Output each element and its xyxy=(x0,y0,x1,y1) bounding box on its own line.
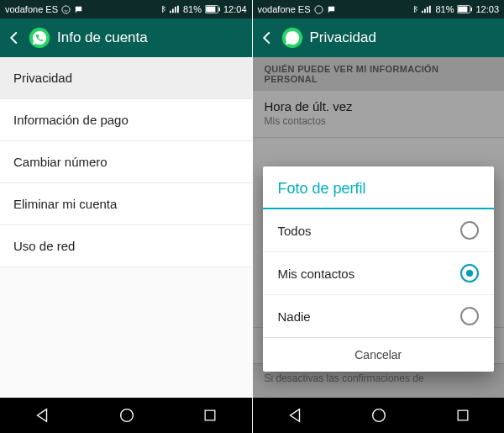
svg-point-5 xyxy=(120,409,133,422)
nav-recent-icon[interactable] xyxy=(202,407,218,424)
battery-percent: 81% xyxy=(183,4,202,14)
menu-item-delete-account[interactable]: Eliminar mi cuenta xyxy=(0,183,252,225)
whatsapp-status-icon xyxy=(61,5,71,14)
svg-rect-9 xyxy=(459,7,468,13)
radio-checked-icon xyxy=(460,264,479,283)
dialog-option-everyone[interactable]: Todos xyxy=(263,209,495,251)
whatsapp-logo-icon xyxy=(281,27,303,49)
menu-item-network-usage[interactable]: Uso de red xyxy=(0,225,252,267)
whatsapp-status-icon xyxy=(314,5,323,14)
menu-item-privacy[interactable]: Privacidad xyxy=(0,57,252,99)
svg-rect-6 xyxy=(205,410,215,420)
page-title: Info de cuenta xyxy=(57,29,148,46)
dialog-cancel-button[interactable]: Cancelar xyxy=(263,337,495,372)
svg-point-12 xyxy=(373,409,386,422)
phone-right: vodafone ES 81% 12:03 Privacidad QUIÉN P… xyxy=(252,0,505,433)
bluetooth-icon xyxy=(159,4,166,14)
svg-point-7 xyxy=(314,5,322,13)
nav-recent-icon[interactable] xyxy=(454,407,471,424)
nav-home-icon[interactable] xyxy=(370,406,388,425)
page-title: Privacidad xyxy=(310,29,376,46)
chat-status-icon xyxy=(327,5,336,14)
dialog-title: Foto de perfil xyxy=(263,166,495,209)
battery-percent: 81% xyxy=(435,4,454,14)
dialog-option-my-contacts[interactable]: Mis contactos xyxy=(263,251,495,294)
action-bar: Info de cuenta xyxy=(0,18,252,57)
status-bar: vodafone ES 81% 12:03 xyxy=(253,0,505,18)
carrier-label: vodafone ES xyxy=(258,4,311,14)
back-icon[interactable] xyxy=(260,30,275,45)
whatsapp-logo-icon xyxy=(29,27,50,49)
nav-back-icon[interactable] xyxy=(286,406,304,425)
signal-icon xyxy=(170,5,180,13)
menu-item-change-number[interactable]: Cambiar número xyxy=(0,141,252,183)
carrier-label: vodafone ES xyxy=(5,4,58,14)
svg-point-0 xyxy=(62,5,70,13)
svg-rect-3 xyxy=(218,8,220,12)
nav-back-icon[interactable] xyxy=(33,406,51,425)
signal-icon xyxy=(422,5,432,13)
clock: 12:04 xyxy=(223,4,247,14)
chat-status-icon xyxy=(74,5,83,14)
profile-photo-dialog: Foto de perfil Todos Mis contactos Nadie… xyxy=(263,166,495,372)
back-icon[interactable] xyxy=(7,30,22,45)
menu-item-payment-info[interactable]: Información de pago xyxy=(0,99,252,141)
status-bar: vodafone ES 81% 12:04 xyxy=(0,0,252,18)
settings-list: Privacidad Información de pago Cambiar n… xyxy=(0,57,252,398)
action-bar: Privacidad xyxy=(253,18,505,57)
phone-left: vodafone ES 81% 12:04 Info de cuenta Pri… xyxy=(0,0,252,433)
bluetooth-icon xyxy=(411,4,418,14)
svg-rect-13 xyxy=(458,410,468,420)
nav-home-icon[interactable] xyxy=(118,406,136,425)
radio-icon xyxy=(460,221,479,240)
dialog-option-nobody[interactable]: Nadie xyxy=(263,294,495,337)
battery-icon xyxy=(205,5,220,13)
svg-rect-2 xyxy=(206,7,215,13)
radio-icon xyxy=(460,307,479,325)
battery-icon xyxy=(457,5,472,13)
android-navbar xyxy=(253,398,505,433)
clock: 12:03 xyxy=(475,4,499,14)
privacy-screen: QUIÉN PUEDE VER MI INFORMACIÓN PERSONAL … xyxy=(253,57,505,398)
android-navbar xyxy=(0,398,252,433)
svg-rect-10 xyxy=(471,8,473,12)
